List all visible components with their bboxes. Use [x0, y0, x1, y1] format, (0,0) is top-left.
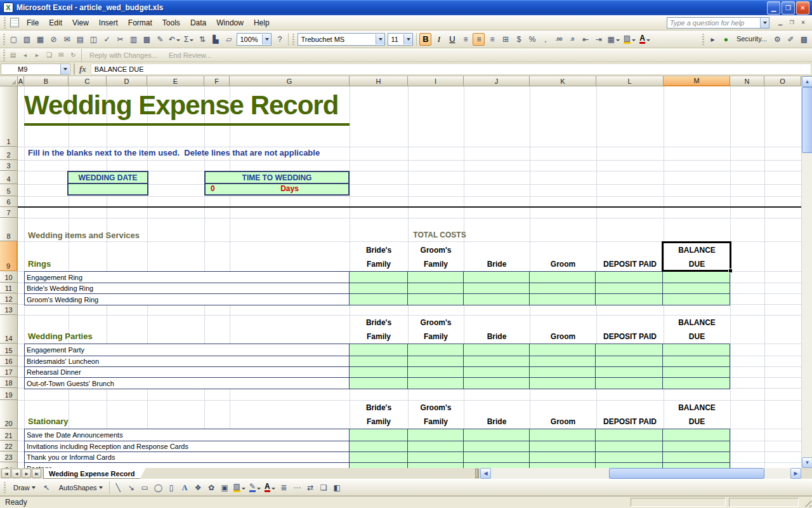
currency-style-button[interactable]: $	[513, 33, 525, 46]
row-header-9[interactable]: 9	[0, 241, 18, 271]
wordart-icon[interactable]: A	[179, 481, 191, 494]
format-painter-button[interactable]: ✎	[154, 33, 166, 46]
line-icon[interactable]: ╲	[112, 481, 124, 494]
amount-cell[interactable]	[350, 294, 408, 305]
amount-cell[interactable]	[596, 356, 663, 366]
font-size-combo[interactable]: 11	[388, 33, 413, 46]
column-header-G[interactable]: G	[230, 76, 350, 86]
horizontal-scroll-thumb[interactable]	[609, 468, 764, 479]
resize-grip[interactable]	[802, 498, 811, 507]
align-center-button[interactable]: ≡	[473, 33, 485, 46]
amount-cell[interactable]	[530, 272, 596, 283]
font-name-combo[interactable]: Trebuchet MS	[298, 33, 385, 46]
amount-cell[interactable]	[408, 283, 464, 293]
column-header-C[interactable]: C	[69, 76, 107, 86]
menu-item[interactable]: View	[67, 17, 94, 29]
amount-cell[interactable]	[663, 367, 730, 377]
amount-cell[interactable]	[408, 441, 464, 451]
row-header-21[interactable]: 21	[0, 429, 18, 441]
row-header-14[interactable]: 14	[0, 315, 18, 344]
3d-style-icon[interactable]: ◧	[331, 481, 343, 494]
design-mode-icon[interactable]: ✐	[785, 33, 797, 46]
vertical-scroll-thumb[interactable]	[802, 87, 812, 153]
properties-icon[interactable]: ▩	[798, 33, 810, 46]
edit-comment-icon[interactable]: ▤	[8, 50, 18, 60]
amount-cell[interactable]	[408, 294, 464, 305]
insert-function-icon[interactable]: fx	[78, 64, 91, 74]
name-box-dropdown[interactable]	[60, 64, 70, 75]
help-question-input[interactable]	[667, 19, 760, 27]
select-objects-button[interactable]: ↖	[41, 481, 53, 494]
row-header-5[interactable]: 5	[0, 184, 18, 196]
draw-menu-button[interactable]: Draw	[9, 481, 39, 494]
minimize-button[interactable]: ▁	[767, 1, 780, 15]
dash-style-icon[interactable]: ⋯	[291, 481, 303, 494]
column-header-A[interactable]: A	[18, 76, 24, 86]
row-header-16[interactable]: 16	[0, 356, 18, 366]
permission-button[interactable]: ⊘	[48, 33, 60, 46]
item-name-cell[interactable]: Out-of-Town Guests' Brunch	[25, 378, 350, 389]
column-header-I[interactable]: I	[408, 76, 464, 86]
menu-item[interactable]: Edit	[44, 17, 67, 29]
scroll-down-button[interactable]: ▼	[802, 457, 812, 468]
underline-button[interactable]: U	[446, 33, 458, 46]
amount-cell[interactable]	[464, 272, 530, 283]
amount-cell[interactable]	[530, 429, 596, 441]
horizontal-scrollbar[interactable]: ◀ ▶	[480, 468, 801, 479]
days-count-cell[interactable]: 0	[211, 184, 215, 193]
arrow-style-icon[interactable]: ⇄	[304, 481, 317, 494]
amount-cell[interactable]	[596, 429, 663, 441]
amount-cell[interactable]	[530, 441, 596, 451]
next-comment-icon[interactable]: ▸	[32, 50, 43, 60]
amount-cell[interactable]	[350, 283, 408, 293]
row-header-19[interactable]: 19	[0, 388, 18, 400]
item-name-cell[interactable]: Bridesmaids' Luncheon	[25, 356, 350, 366]
amount-cell[interactable]	[663, 272, 730, 283]
print-preview-button[interactable]: ◫	[88, 33, 100, 46]
increase-decimal-button[interactable]: .00	[553, 33, 565, 46]
amount-cell[interactable]	[464, 441, 530, 451]
amount-cell[interactable]	[350, 441, 408, 451]
row-header-22[interactable]: 22	[0, 441, 18, 451]
fill-color-button[interactable]: ▨	[622, 33, 637, 46]
amount-cell[interactable]	[663, 441, 730, 451]
toolbar-grip[interactable]	[292, 34, 294, 45]
formula-content[interactable]: BALANCE DUE	[91, 64, 811, 75]
item-name-cell[interactable]: Rehearsal Dinner	[25, 367, 350, 377]
amount-cell[interactable]	[350, 429, 408, 441]
amount-cell[interactable]	[596, 272, 663, 283]
run-macro-icon[interactable]: ▸	[707, 33, 719, 46]
chart-wizard-button[interactable]: ▙	[209, 33, 221, 46]
column-header-O[interactable]: O	[764, 76, 801, 86]
save-button[interactable]: ▦	[34, 33, 46, 46]
row-header-23[interactable]: 23	[0, 451, 18, 462]
help-question-box[interactable]	[667, 17, 769, 29]
workbook-restore-button[interactable]: ❐	[786, 18, 797, 28]
amount-cell[interactable]	[350, 452, 408, 462]
amount-cell[interactable]	[663, 452, 730, 462]
amount-cell[interactable]	[464, 463, 530, 468]
amount-cell[interactable]	[530, 344, 596, 356]
security-shield-icon[interactable]: ●	[720, 33, 732, 46]
chevron-down-icon[interactable]	[97, 484, 105, 491]
item-name-cell[interactable]: Postage	[25, 463, 350, 468]
line-style-icon[interactable]: ≣	[278, 481, 290, 494]
increase-indent-button[interactable]: ⇥	[593, 33, 605, 46]
print-button[interactable]: ▤	[74, 33, 86, 46]
horizontal-scroll-track[interactable]	[491, 468, 790, 479]
column-header-D[interactable]: D	[107, 76, 147, 86]
amount-cell[interactable]	[464, 344, 530, 356]
row-header-13[interactable]: 13	[0, 304, 18, 315]
amount-cell[interactable]	[408, 356, 464, 366]
amount-cell[interactable]	[530, 463, 596, 468]
amount-cell[interactable]	[596, 294, 663, 305]
amount-cell[interactable]	[663, 283, 730, 293]
reply-with-changes-button[interactable]: Reply with Changes...	[84, 51, 163, 59]
column-header-N[interactable]: N	[730, 76, 764, 86]
amount-cell[interactable]	[408, 452, 464, 462]
amount-cell[interactable]	[663, 344, 730, 356]
amount-cell[interactable]	[464, 378, 530, 389]
shadow-style-icon[interactable]: ❏	[318, 481, 330, 494]
amount-cell[interactable]	[596, 441, 663, 451]
item-name-cell[interactable]: Engagement Party	[25, 344, 350, 356]
